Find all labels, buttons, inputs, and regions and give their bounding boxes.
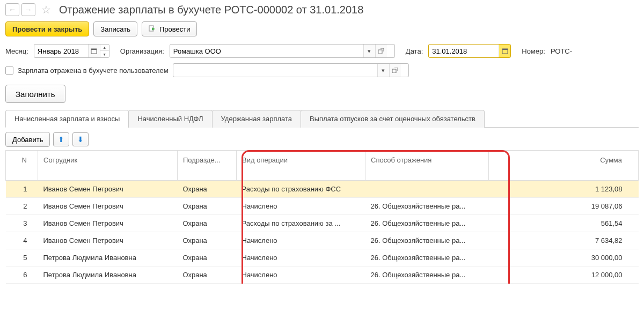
cell-department[interactable]: Охрана [178,232,237,249]
reflected-label: Зарплата отражена в бухучете пользовател… [18,66,169,75]
nav-forward-button[interactable]: → [21,3,35,16]
post-and-close-button[interactable]: Провести и закрыть [5,21,89,36]
table-header-row: N Сотрудник Подразде... Вид операции Спо… [6,151,639,181]
main-toolbar: Провести и закрыть Записать Провести [0,19,644,42]
spinner-down-icon[interactable]: ▼ [100,51,109,57]
col-reflection-header[interactable]: Способ отражения [365,151,489,181]
cell-employee[interactable]: Иванов Семен Петрович [38,215,178,232]
post-button-label: Провести [159,25,191,33]
cell-n[interactable]: 3 [6,215,38,232]
reflected-open-icon[interactable] [389,64,401,77]
col-department-header[interactable]: Подразде... [178,151,237,181]
reflected-dropdown-icon[interactable]: ▾ [377,64,389,77]
cell-department[interactable]: Охрана [178,181,237,198]
cell-department[interactable]: Охрана [178,198,237,215]
cell-reflection[interactable] [365,181,489,198]
cell-n[interactable]: 4 [6,232,38,249]
cell-reflection[interactable]: 26. Общехозяйственные ра... [365,266,489,284]
table-row[interactable]: 4 Иванов Семен Петрович Охрана Начислено… [6,232,639,249]
data-table: N Сотрудник Подразде... Вид операции Спо… [5,150,639,284]
month-input[interactable] [34,45,88,57]
tab-vacation-payments[interactable]: Выплата отпусков за счет оценочных обяза… [301,110,485,128]
cell-employee[interactable]: Иванов Семен Петрович [38,198,178,215]
cell-sum[interactable]: 561,54 [489,215,639,232]
table-row[interactable]: 2 Иванов Семен Петрович Охрана Начислено… [6,198,639,215]
cell-employee[interactable]: Иванов Семен Петрович [38,181,178,198]
month-calendar-icon[interactable] [88,45,100,57]
col-sum-header[interactable]: Сумма [489,151,639,181]
table-row[interactable]: 5 Петрова Людмила Ивановна Охрана Начисл… [6,249,639,266]
cell-n[interactable]: 1 [6,181,38,198]
org-dropdown-icon[interactable]: ▾ [363,45,375,57]
favorite-star-icon[interactable]: ☆ [40,3,53,16]
number-value: РОТС- [551,47,572,55]
cell-reflection[interactable]: 26. Общехозяйственные ра... [365,232,489,249]
reflected-user-input-wrap: ▾ [173,63,409,77]
move-up-button[interactable]: ⬆ [53,132,69,146]
cell-operation[interactable]: Начислено [237,266,365,284]
reflected-user-input[interactable] [173,64,377,77]
cell-reflection[interactable]: 26. Общехозяйственные ра... [365,198,489,215]
cell-sum[interactable]: 19 087,06 [489,198,639,215]
cell-sum[interactable]: 30 000,00 [489,249,639,266]
cell-operation[interactable]: Расходы по страхованию за ... [237,215,365,232]
cell-operation[interactable]: Начислено [237,198,365,215]
spinner-up-icon[interactable]: ▲ [100,45,109,51]
table-row[interactable]: 6 Петрова Людмила Ивановна Охрана Начисл… [6,266,639,284]
cell-operation[interactable]: Начислено [237,249,365,266]
table-row[interactable]: 1 Иванов Семен Петрович Охрана Расходы п… [6,181,639,198]
org-label: Организация: [120,47,164,55]
reflected-checkbox[interactable] [5,66,13,75]
post-icon [149,25,156,33]
arrow-up-icon: ⬆ [58,135,64,144]
cell-employee[interactable]: Петрова Людмила Ивановна [38,249,178,266]
svg-rect-2 [91,49,97,50]
table-row[interactable]: 3 Иванов Семен Петрович Охрана Расходы п… [6,215,639,232]
cell-n[interactable]: 5 [6,249,38,266]
cell-sum[interactable]: 1 123,08 [489,181,639,198]
col-operation-header[interactable]: Вид операции [237,151,365,181]
cell-department[interactable]: Охрана [178,249,237,266]
svg-rect-5 [502,49,508,50]
fill-button[interactable]: Заполнить [5,85,65,103]
cell-n[interactable]: 6 [6,266,38,284]
top-nav: ← → ☆ Отражение зарплаты в бухучете РОТС… [0,0,644,19]
svg-rect-3 [378,50,382,54]
cell-department[interactable]: Охрана [178,266,237,284]
cell-n[interactable]: 2 [6,198,38,215]
table-toolbar: Добавить ⬆ ⬇ [0,128,644,150]
date-input[interactable] [429,45,499,57]
cell-reflection[interactable]: 26. Общехозяйственные ра... [365,215,489,232]
month-input-wrap: ▲ ▼ [34,44,109,58]
col-n-header[interactable]: N [6,151,38,181]
save-button[interactable]: Записать [93,21,137,36]
month-spinner[interactable]: ▲ ▼ [100,45,109,57]
org-input-wrap: ▾ [170,44,395,58]
number-label: Номер: [522,47,545,55]
org-open-icon[interactable] [375,45,387,57]
tab-accrued-salary[interactable]: Начисленная зарплата и взносы [5,110,129,128]
cell-department[interactable]: Охрана [178,215,237,232]
move-down-button[interactable]: ⬇ [72,132,89,146]
form-row-1: Месяц: ▲ ▼ Организация: ▾ Дата: Номер: Р… [0,42,644,60]
cell-sum[interactable]: 7 634,82 [489,232,639,249]
date-calendar-icon[interactable] [499,45,510,57]
cell-reflection[interactable]: 26. Общехозяйственные ра... [365,249,489,266]
nav-back-button[interactable]: ← [5,3,19,16]
add-row-button[interactable]: Добавить [5,132,50,147]
tab-withheld[interactable]: Удержанная зарплата [212,110,301,128]
page-title: Отражение зарплаты в бухучете РОТС-00000… [59,4,363,16]
checkbox-row: Зарплата отражена в бухучете пользовател… [0,60,644,80]
cell-operation[interactable]: Начислено [237,232,365,249]
arrow-down-icon: ⬇ [77,135,84,144]
tabs: Начисленная зарплата и взносы Начисленны… [5,109,639,128]
col-employee-header[interactable]: Сотрудник [38,151,178,181]
cell-employee[interactable]: Иванов Семен Петрович [38,232,178,249]
table-wrap: N Сотрудник Подразде... Вид операции Спо… [0,150,644,284]
org-input[interactable] [170,45,363,57]
cell-operation[interactable]: Расходы по страхованию ФСС [237,181,365,198]
cell-employee[interactable]: Петрова Людмила Ивановна [38,266,178,284]
tab-ndfl[interactable]: Начисленный НДФЛ [128,110,212,128]
post-button[interactable]: Провести [142,21,197,36]
cell-sum[interactable]: 12 000,00 [489,266,639,284]
